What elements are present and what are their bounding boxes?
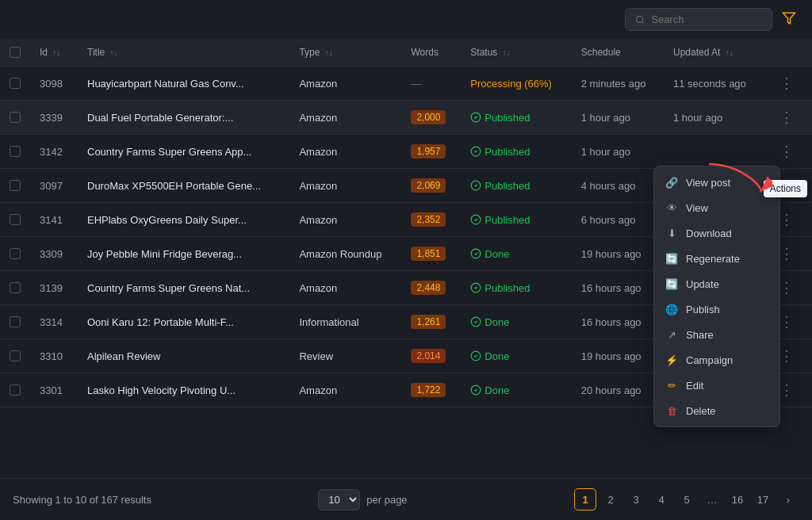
page-btn-1[interactable]: 1	[574, 488, 596, 510]
page-btn-16[interactable]: 16	[726, 488, 749, 510]
cell-words: 2,069	[401, 169, 461, 203]
header-type[interactable]: Type ↑↓	[289, 39, 401, 67]
row-checkbox[interactable]	[10, 214, 21, 225]
row-actions-button[interactable]: ⋮	[775, 143, 799, 160]
header-actions-cell	[765, 39, 813, 67]
page-btn-5[interactable]: 5	[676, 488, 698, 510]
campaign-icon: ⚡	[665, 354, 678, 366]
row-checkbox[interactable]	[10, 146, 21, 157]
dropdown-item-link[interactable]: 🔗 View post	[654, 170, 779, 195]
refresh2-icon: 🔄	[665, 277, 678, 290]
dropdown-item-eye[interactable]: 👁 View	[654, 195, 779, 220]
dropdown-item-refresh2[interactable]: 🔄 Update	[654, 271, 779, 296]
row-actions-button[interactable]: ⋮	[775, 109, 799, 126]
dropdown-item-delete[interactable]: 🗑 Delete	[654, 398, 779, 423]
row-checkbox[interactable]	[10, 248, 21, 259]
cell-status: Published	[461, 271, 571, 305]
cell-title: Dual Fuel Portable Generator:...	[78, 101, 289, 135]
cell-type: Amazon	[289, 135, 401, 169]
cell-id: 3098	[30, 67, 78, 101]
status-done: Done	[470, 350, 561, 362]
share-icon: ↗	[665, 328, 678, 341]
dropdown-item-campaign[interactable]: ⚡ Campaign	[654, 347, 779, 373]
cell-title: Alpilean Review	[78, 339, 289, 373]
cell-id: 3309	[30, 237, 78, 271]
dropdown-item-label: Edit	[686, 380, 703, 392]
cell-title: Huayicarbpart Natural Gas Conv...	[78, 67, 289, 101]
row-checkbox[interactable]	[10, 384, 21, 396]
page-btn-3[interactable]: 3	[625, 488, 647, 510]
cell-schedule: 1 hour ago	[572, 135, 664, 169]
dropdown-item-label: View post	[686, 177, 730, 189]
cell-schedule: 1 hour ago	[572, 101, 664, 135]
per-page-label: per page	[366, 494, 407, 506]
cell-words: 1,957	[401, 135, 461, 169]
header-status[interactable]: Status ↑↓	[461, 39, 571, 67]
filter-button[interactable]	[779, 8, 799, 31]
cell-status: Published	[461, 101, 571, 135]
content-area: Id ↑↓ Title ↑↓ Type ↑↓ Words Status ↑↓ S…	[0, 39, 812, 476]
cell-words: 2,352	[401, 203, 461, 237]
cell-id: 3339	[30, 101, 78, 135]
dropdown-item-edit[interactable]: ✏ Edit	[654, 373, 779, 398]
cell-words: 2,448	[401, 271, 461, 305]
cell-schedule: 19 hours ago	[572, 339, 664, 373]
cell-type: Informational	[289, 305, 401, 339]
per-page-select[interactable]: 10 25 50	[318, 489, 360, 510]
row-checkbox[interactable]	[10, 112, 21, 123]
cell-updated-at: 1 hour ago	[664, 101, 764, 135]
page-btn-2[interactable]: 2	[599, 488, 622, 510]
cell-actions: ⋮	[765, 135, 813, 169]
cell-id: 3142	[30, 135, 78, 169]
cell-words: 1,851	[401, 237, 461, 271]
cell-schedule: 2 minutes ago	[572, 67, 664, 101]
page-btn-4[interactable]: 4	[650, 488, 672, 510]
cell-type: Amazon	[289, 271, 401, 305]
dropdown-item-label: Publish	[686, 304, 720, 315]
cell-id: 3139	[30, 271, 78, 305]
row-checkbox[interactable]	[10, 180, 21, 191]
pagination-next[interactable]: ›	[777, 488, 799, 510]
search-input[interactable]	[651, 13, 762, 25]
cell-status: Published	[461, 169, 571, 203]
cell-status: Published	[461, 203, 571, 237]
dropdown-item-label: Delete	[686, 405, 716, 417]
table-row: 3142Country Farms Super Greens App...Ama…	[0, 135, 812, 169]
page-btn-17[interactable]: 17	[752, 488, 774, 510]
row-checkbox[interactable]	[10, 316, 21, 327]
dropdown-item-label: View	[686, 202, 708, 214]
cell-type: Amazon	[289, 101, 401, 135]
row-actions-button[interactable]: ⋮	[775, 75, 799, 92]
header-checkbox[interactable]	[10, 47, 21, 58]
cell-schedule: 6 hours ago	[572, 203, 664, 237]
link-icon: 🔗	[665, 176, 678, 189]
header-title[interactable]: Title ↑↓	[78, 39, 289, 67]
row-checkbox[interactable]	[10, 350, 21, 361]
pagination: 12345…1617›	[574, 488, 799, 510]
search-box[interactable]	[625, 8, 772, 31]
dropdown-item-share[interactable]: ↗ Share	[654, 322, 779, 347]
cell-schedule: 20 hours ago	[572, 373, 664, 407]
cell-status: Done	[461, 237, 571, 271]
header-words[interactable]: Words	[401, 39, 461, 67]
dropdown-item-refresh[interactable]: 🔄 Regenerate	[654, 246, 779, 271]
header-id[interactable]: Id ↑↓	[30, 39, 78, 67]
cell-status: Done	[461, 373, 571, 407]
header-schedule[interactable]: Schedule	[572, 39, 664, 67]
cell-title: Lasko High Velocity Pivoting U...	[78, 373, 289, 407]
row-checkbox[interactable]	[10, 282, 21, 293]
header-checkbox-cell	[0, 39, 30, 67]
header-updated-at[interactable]: Updated At ↑↓	[664, 39, 764, 67]
cell-title: DuroMax XP5500EH Portable Gene...	[78, 169, 289, 203]
per-page-control: 10 25 50 per page	[318, 489, 407, 510]
refresh-icon: 🔄	[665, 252, 678, 265]
row-checkbox[interactable]	[10, 78, 21, 89]
cell-title: Ooni Karu 12: Portable Multi-F...	[78, 305, 289, 339]
dropdown-item-publish[interactable]: 🌐 Publish	[654, 296, 779, 322]
table-row: 3098Huayicarbpart Natural Gas Conv...Ama…	[0, 67, 812, 101]
cell-status: Published	[461, 135, 571, 169]
actions-tooltip: Actions	[764, 180, 807, 197]
svg-line-1	[642, 21, 643, 23]
dropdown-item-download[interactable]: ⬇ Download	[654, 220, 779, 246]
cell-id: 3310	[30, 339, 78, 373]
